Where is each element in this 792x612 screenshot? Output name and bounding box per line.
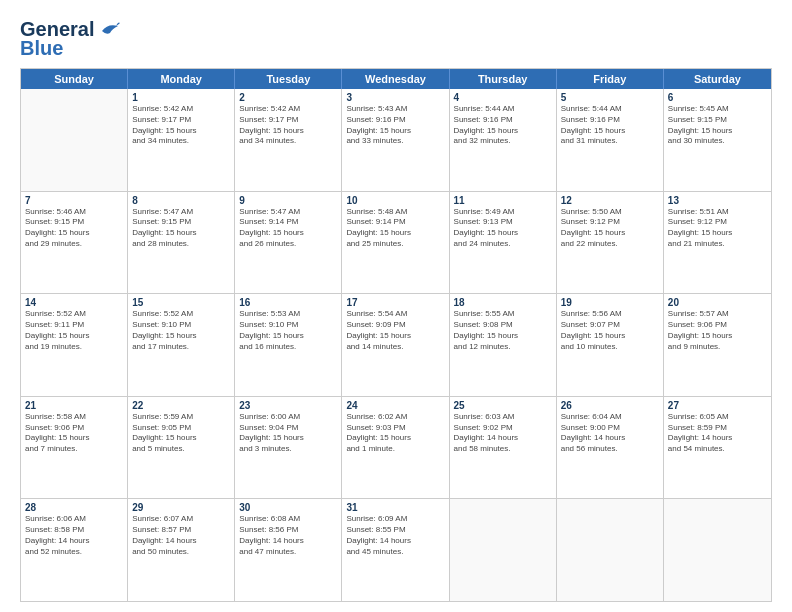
cell-info-line: and 56 minutes. xyxy=(561,444,659,455)
cell-info-line: Sunrise: 5:47 AM xyxy=(132,207,230,218)
cell-info-line: Sunset: 9:05 PM xyxy=(132,423,230,434)
day-number: 28 xyxy=(25,502,123,513)
calendar-cell: 28Sunrise: 6:06 AMSunset: 8:58 PMDayligh… xyxy=(21,499,128,601)
calendar-cell: 15Sunrise: 5:52 AMSunset: 9:10 PMDayligh… xyxy=(128,294,235,396)
calendar-cell: 17Sunrise: 5:54 AMSunset: 9:09 PMDayligh… xyxy=(342,294,449,396)
cell-info-line: and 24 minutes. xyxy=(454,239,552,250)
cell-info-line: and 45 minutes. xyxy=(346,547,444,558)
calendar-cell: 14Sunrise: 5:52 AMSunset: 9:11 PMDayligh… xyxy=(21,294,128,396)
day-number: 4 xyxy=(454,92,552,103)
calendar-cell: 12Sunrise: 5:50 AMSunset: 9:12 PMDayligh… xyxy=(557,192,664,294)
day-number: 23 xyxy=(239,400,337,411)
day-number: 6 xyxy=(668,92,767,103)
cell-info-line: and 17 minutes. xyxy=(132,342,230,353)
calendar-header-cell: Friday xyxy=(557,69,664,89)
cell-info-line: Sunrise: 5:56 AM xyxy=(561,309,659,320)
day-number: 29 xyxy=(132,502,230,513)
cell-info-line: Sunrise: 5:59 AM xyxy=(132,412,230,423)
cell-info-line: Daylight: 15 hours xyxy=(346,331,444,342)
logo-blue: Blue xyxy=(20,37,63,60)
cell-info-line: Sunrise: 6:03 AM xyxy=(454,412,552,423)
calendar-cell: 31Sunrise: 6:09 AMSunset: 8:55 PMDayligh… xyxy=(342,499,449,601)
cell-info-line: Daylight: 15 hours xyxy=(132,331,230,342)
cell-info-line: and 3 minutes. xyxy=(239,444,337,455)
cell-info-line: Sunrise: 6:05 AM xyxy=(668,412,767,423)
cell-info-line: Sunset: 9:10 PM xyxy=(132,320,230,331)
calendar-cell: 23Sunrise: 6:00 AMSunset: 9:04 PMDayligh… xyxy=(235,397,342,499)
cell-info-line: Sunset: 8:57 PM xyxy=(132,525,230,536)
day-number: 26 xyxy=(561,400,659,411)
cell-info-line: Daylight: 15 hours xyxy=(668,126,767,137)
cell-info-line: and 34 minutes. xyxy=(132,136,230,147)
cell-info-line: Sunrise: 6:09 AM xyxy=(346,514,444,525)
cell-info-line: Daylight: 15 hours xyxy=(561,126,659,137)
day-number: 19 xyxy=(561,297,659,308)
calendar-row: 1Sunrise: 5:42 AMSunset: 9:17 PMDaylight… xyxy=(21,89,771,191)
cell-info-line: and 30 minutes. xyxy=(668,136,767,147)
header: General Blue xyxy=(20,18,772,60)
cell-info-line: and 25 minutes. xyxy=(346,239,444,250)
cell-info-line: Daylight: 15 hours xyxy=(239,228,337,239)
cell-info-line: Sunrise: 6:07 AM xyxy=(132,514,230,525)
cell-info-line: Sunrise: 6:02 AM xyxy=(346,412,444,423)
calendar-cell: 1Sunrise: 5:42 AMSunset: 9:17 PMDaylight… xyxy=(128,89,235,191)
day-number: 21 xyxy=(25,400,123,411)
calendar-cell: 25Sunrise: 6:03 AMSunset: 9:02 PMDayligh… xyxy=(450,397,557,499)
cell-info-line: Sunrise: 5:55 AM xyxy=(454,309,552,320)
cell-info-line: Sunset: 8:59 PM xyxy=(668,423,767,434)
cell-info-line: Sunrise: 5:42 AM xyxy=(132,104,230,115)
calendar-cell: 27Sunrise: 6:05 AMSunset: 8:59 PMDayligh… xyxy=(664,397,771,499)
calendar-cell: 7Sunrise: 5:46 AMSunset: 9:15 PMDaylight… xyxy=(21,192,128,294)
cell-info-line: Daylight: 15 hours xyxy=(132,126,230,137)
cell-info-line: Sunset: 9:17 PM xyxy=(239,115,337,126)
calendar-cell: 26Sunrise: 6:04 AMSunset: 9:00 PMDayligh… xyxy=(557,397,664,499)
calendar-body: 1Sunrise: 5:42 AMSunset: 9:17 PMDaylight… xyxy=(21,89,771,601)
cell-info-line: and 22 minutes. xyxy=(561,239,659,250)
calendar-cell: 20Sunrise: 5:57 AMSunset: 9:06 PMDayligh… xyxy=(664,294,771,396)
cell-info-line: and 9 minutes. xyxy=(668,342,767,353)
cell-info-line: and 33 minutes. xyxy=(346,136,444,147)
cell-info-line: Sunset: 9:15 PM xyxy=(25,217,123,228)
calendar-cell: 6Sunrise: 5:45 AMSunset: 9:15 PMDaylight… xyxy=(664,89,771,191)
cell-info-line: Sunrise: 5:48 AM xyxy=(346,207,444,218)
cell-info-line: Sunrise: 6:04 AM xyxy=(561,412,659,423)
cell-info-line: Sunset: 9:14 PM xyxy=(346,217,444,228)
day-number: 31 xyxy=(346,502,444,513)
calendar-cell xyxy=(450,499,557,601)
day-number: 27 xyxy=(668,400,767,411)
cell-info-line: and 21 minutes. xyxy=(668,239,767,250)
cell-info-line: Sunrise: 5:52 AM xyxy=(25,309,123,320)
cell-info-line: Sunset: 9:16 PM xyxy=(454,115,552,126)
cell-info-line: Sunset: 8:56 PM xyxy=(239,525,337,536)
day-number: 7 xyxy=(25,195,123,206)
cell-info-line: Sunset: 9:12 PM xyxy=(561,217,659,228)
cell-info-line: Daylight: 15 hours xyxy=(239,331,337,342)
calendar-cell: 16Sunrise: 5:53 AMSunset: 9:10 PMDayligh… xyxy=(235,294,342,396)
cell-info-line: Daylight: 15 hours xyxy=(25,228,123,239)
cell-info-line: Sunset: 9:13 PM xyxy=(454,217,552,228)
cell-info-line: and 1 minute. xyxy=(346,444,444,455)
cell-info-line: Daylight: 15 hours xyxy=(239,126,337,137)
logo-bird-icon xyxy=(98,21,120,39)
cell-info-line: Daylight: 15 hours xyxy=(346,433,444,444)
cell-info-line: and 31 minutes. xyxy=(561,136,659,147)
cell-info-line: Sunset: 9:15 PM xyxy=(132,217,230,228)
calendar-cell: 21Sunrise: 5:58 AMSunset: 9:06 PMDayligh… xyxy=(21,397,128,499)
cell-info-line: Sunrise: 5:44 AM xyxy=(561,104,659,115)
cell-info-line: and 32 minutes. xyxy=(454,136,552,147)
cell-info-line: Sunrise: 6:06 AM xyxy=(25,514,123,525)
cell-info-line: Sunset: 9:02 PM xyxy=(454,423,552,434)
cell-info-line: Daylight: 14 hours xyxy=(132,536,230,547)
cell-info-line: and 5 minutes. xyxy=(132,444,230,455)
cell-info-line: Sunset: 9:15 PM xyxy=(668,115,767,126)
cell-info-line: Sunset: 9:06 PM xyxy=(668,320,767,331)
cell-info-line: Sunrise: 5:46 AM xyxy=(25,207,123,218)
cell-info-line: Sunset: 9:10 PM xyxy=(239,320,337,331)
cell-info-line: Sunset: 8:55 PM xyxy=(346,525,444,536)
calendar-cell: 10Sunrise: 5:48 AMSunset: 9:14 PMDayligh… xyxy=(342,192,449,294)
calendar-cell: 19Sunrise: 5:56 AMSunset: 9:07 PMDayligh… xyxy=(557,294,664,396)
day-number: 9 xyxy=(239,195,337,206)
cell-info-line: and 50 minutes. xyxy=(132,547,230,558)
cell-info-line: Sunrise: 5:44 AM xyxy=(454,104,552,115)
calendar-header-cell: Monday xyxy=(128,69,235,89)
